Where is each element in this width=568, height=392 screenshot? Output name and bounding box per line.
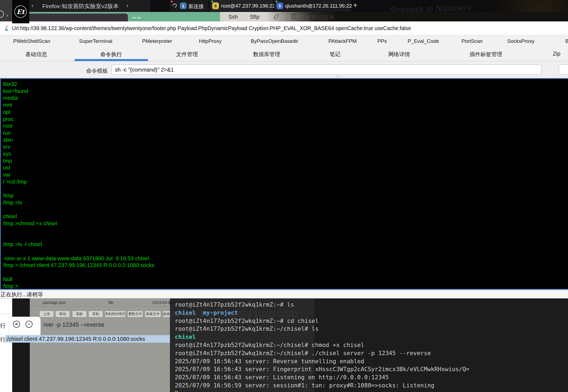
- plugin-tab-SocksProxy[interactable]: SocksProxy: [507, 38, 534, 44]
- terminal-line: root@iZt4n177pzb52f2wkq1krmZ:~/chisel# c…: [175, 341, 469, 349]
- terminal-line: root@iZt4n177pzb52f2wkq1krmZ:~/chisel# l…: [175, 325, 469, 333]
- terminal-line: /tmp >ls -l chisel: [3, 241, 154, 248]
- fm-button-删除文件[interactable]: 删除文件: [127, 311, 143, 317]
- firefox-toolbar-strip: [0, 12, 220, 21]
- function-tab-命令执行-active[interactable]: 命令执行: [100, 51, 122, 58]
- terminal-line: sbin: [3, 137, 154, 144]
- terminal-line: [3, 206, 154, 213]
- terminal-line: [3, 227, 154, 234]
- plugin-tab-PMeterpreter[interactable]: PMeterpreter: [142, 38, 172, 44]
- function-tab-网络详情[interactable]: 网络详情: [388, 51, 410, 58]
- tab-index-badge: 5: [276, 2, 283, 9]
- left-window-fragment: [0, 298, 12, 392]
- terminal-line: media: [3, 95, 154, 102]
- command-preview-text: rver -p 12345 --reverse: [43, 321, 104, 328]
- terminal-line: proc: [3, 116, 154, 123]
- function-tab-Zip[interactable]: Zip: [553, 51, 560, 57]
- plugin-tab-B[interactable]: B: [565, 38, 568, 44]
- terminal-line: /tmp >./chisel client 47.237.99.196:1234…: [3, 262, 154, 269]
- fm-button-新建文件[interactable]: 新建文件: [145, 311, 161, 317]
- chevron-right-icon: ›: [7, 12, 8, 18]
- terminal-line: [3, 248, 154, 255]
- terminal-line: /tmp >ls: [3, 199, 154, 206]
- et-logo-strip: Et: [12, 0, 29, 23]
- new-tab-button[interactable]: +: [353, 1, 357, 9]
- fm-button-刷新[interactable]: 刷新: [72, 311, 87, 317]
- shell-url-text: Url:http://39.98.122.36/wp-content/theme…: [12, 25, 411, 31]
- et-logo[interactable]: Et: [14, 5, 27, 18]
- plugin-tab-SuperTerminal[interactable]: SuperTerminal: [79, 38, 112, 44]
- input-fragment[interactable]: [559, 65, 568, 75]
- function-tab-数据库管理[interactable]: 数据库管理: [253, 51, 280, 58]
- fm-button-复制[interactable]: 复制: [88, 311, 103, 317]
- comment-icon[interactable]: –: [25, 321, 33, 328]
- terminal-line: lost+found: [3, 88, 154, 95]
- terminal-tab-qiushanth@172.26.111.95:22[interactable]: 5qiushanth@172.26.111.95:22: [274, 0, 351, 11]
- function-tab-基础信息[interactable]: 基础信息: [25, 51, 47, 58]
- terminal-text: root@iZt4n177pzb52f2wkq1krmZ:~/chisel# l…: [175, 325, 319, 332]
- directory-name: my-project: [203, 309, 238, 316]
- plugin-tab-bar: PWebShellScanSuperTerminalPMeterpreterHt…: [0, 35, 568, 47]
- function-tab-插件标签管理[interactable]: 插件标签管理: [470, 51, 502, 58]
- window-titlebar: › Firefox-知攻善防实验室v2版本 › 1新连接6root@47.237…: [0, 0, 568, 12]
- command-template-label: 命令模板: [86, 67, 108, 75]
- plugin-tab-HttpProxy[interactable]: HttpProxy: [199, 38, 221, 44]
- function-tab-文件管理[interactable]: 文件管理: [176, 51, 198, 58]
- terminal-text: 2025/07/09 16:56:43 server: Listening on…: [175, 374, 389, 381]
- terminal-line: 2025/07/09 16:56:43 server: Fingerprint …: [175, 365, 469, 373]
- terminal-line: / >cd /tmp: [3, 178, 154, 185]
- java-icon: [4, 25, 9, 32]
- command-template-input[interactable]: [112, 65, 541, 75]
- function-tab-笔记[interactable]: 笔记: [330, 51, 340, 58]
- circle-icon: [0, 10, 4, 18]
- status-bar: 正在执行...请稍等: [0, 289, 568, 298]
- terminal-text: root@iZt4n177pzb52f2wkq1krmZ:~# cd chise…: [175, 317, 319, 324]
- ssh-terminal-window[interactable]: root@iZt4n177pzb52f2wkq1krmZ:~# lschisel…: [170, 298, 568, 392]
- plugin-tab-PWebShellScan[interactable]: PWebShellScan: [13, 38, 50, 44]
- tab-label: 新连接: [188, 3, 204, 10]
- plugin-tab-P_Eval_Code[interactable]: P_Eval_Code: [408, 38, 439, 44]
- fm-button-移动[interactable]: 移动: [55, 311, 70, 317]
- plugin-tab-ByPassOpenBasedir[interactable]: ByPassOpenBasedir: [251, 38, 298, 44]
- grid-splitter-dots[interactable]: ···: [162, 304, 167, 308]
- terminal-line: root@iZt4n177pzb52f2wkq1krmZ:~# ls: [175, 301, 469, 309]
- terminal-tab-strip: 1新连接6root@47.237.99.196:225qiushanth@172…: [150, 0, 568, 12]
- terminal-tab-root@47.237.99.196:22[interactable]: 6root@47.237.99.196:22: [210, 0, 273, 11]
- file-name-cell[interactable]: package.json: [43, 300, 66, 305]
- terminal-line: sys: [3, 150, 154, 158]
- webshell-terminal-output[interactable]: libx32lost+foundmediamntoptprocrootrunsb…: [0, 78, 568, 289]
- terminal-line: run: [3, 130, 154, 137]
- plugin-tab-PortScan[interactable]: PortScan: [462, 38, 483, 44]
- tab-index-badge: 1: [180, 2, 187, 9]
- terminal-line: root: [3, 123, 154, 130]
- plugin-tab-PAttackFPM[interactable]: PAttackFPM: [328, 38, 357, 44]
- selected-command-text[interactable]: ./chisel client 47.237.99.196:12345 R:0.…: [5, 335, 170, 343]
- execute-label-fragment: 行: [0, 322, 6, 329]
- loading-spinner-icon: [172, 3, 178, 8]
- terminal-line: 2025/07/09 16:56:59 server: session#1: t…: [175, 381, 469, 390]
- terminal-line: mnt: [3, 102, 154, 109]
- tab-status-dot: [276, 1, 277, 2]
- terminal-line: var: [3, 171, 154, 178]
- terminal-line: usr: [3, 164, 154, 171]
- divider: [0, 314, 12, 314]
- terminal-line: Null: [3, 276, 154, 283]
- terminal-line: 2025/07/09 16:56:43 server: Reverse tunn…: [175, 357, 469, 365]
- chevron-right-icon: ›: [126, 2, 128, 9]
- terminal-tab-新连接[interactable]: 1新连接: [169, 0, 209, 11]
- file-type-cell: file: [108, 300, 114, 305]
- fm-button-复制绝对路径[interactable]: 复制绝对路径: [105, 311, 126, 317]
- terminal-cursor: [175, 391, 178, 392]
- terminal-text: root@iZt4n177pzb52f2wkq1krmZ:~/chisel# c…: [175, 342, 364, 348]
- terminal-line: [3, 234, 154, 241]
- fm-button-上传[interactable]: 上传: [39, 311, 54, 317]
- tab-mark: [132, 17, 136, 18]
- terminal-line: /tmp >chmod +x chisel: [3, 220, 154, 227]
- ai-icon[interactable]: AI: [13, 321, 20, 328]
- shell-info-bar: Url:http://39.98.122.36/wp-content/theme…: [0, 21, 568, 35]
- tab-label: root@47.237.99.196:22: [221, 3, 275, 9]
- ssh-tab[interactable]: Ssh: [228, 14, 238, 20]
- terminal-text: 2025/07/09 16:56:43 server: Fingerprint …: [175, 366, 469, 372]
- plugin-tab-PPs[interactable]: PPs: [377, 38, 387, 44]
- terminal-text: [196, 309, 203, 316]
